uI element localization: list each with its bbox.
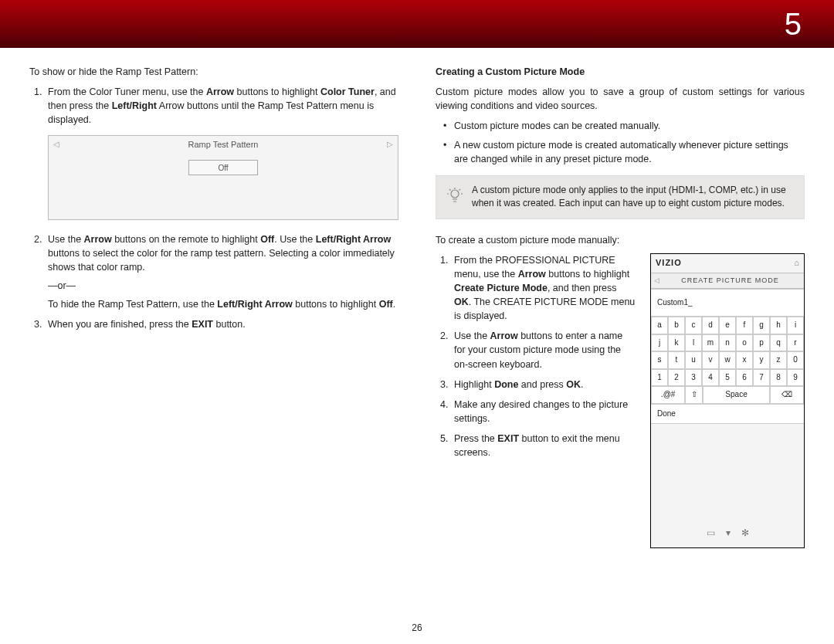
triangle-left-icon: ◁ [53,139,59,151]
home-icon: ⌂ [794,257,799,269]
ramp-title-row: ◁ Ramp Test Pattern ▷ [49,136,398,154]
key: e [719,317,736,334]
gear-icon: ✻ [741,527,749,540]
kbd-row-4: 123456789 [651,369,804,387]
key: 9 [787,369,804,387]
key: 3 [685,369,702,387]
ramp-off-box: Off [188,160,258,175]
section-heading: Creating a Custom Picture Mode [436,65,805,79]
key: u [685,351,702,369]
key: 2 [668,369,685,387]
tip-text: A custom picture mode only applies to th… [472,184,795,211]
left-steps: From the Color Tuner menu, use the Arrow… [29,85,398,331]
key: h [770,317,787,334]
key: r [787,334,804,352]
r-step-2: Use the Arrow buttons to enter a name fo… [451,329,636,371]
done-row: Done [651,404,804,425]
key: k [668,334,685,352]
v-icon: ▾ [726,527,731,540]
r-step-1: From the PROFESSIONAL PICTURE menu, use … [451,253,636,324]
left-column: To show or hide the Ramp Test Pattern: F… [29,65,398,548]
key: s [651,351,668,369]
key: f [736,317,753,334]
right-steps: From the PROFESSIONAL PICTURE menu, use … [436,253,636,460]
key: 4 [702,369,719,387]
chapter-tab: 5 [0,0,834,48]
kbd-row-5: .@# ⇧ Space ⌫ [651,386,804,404]
key: 7 [753,369,770,387]
key: l [685,334,702,352]
screen-subheader: ◁ CREATE PICTURE MODE [651,273,804,289]
tip-box: A custom picture mode only applies to th… [436,175,805,219]
screen-header: VIZIO ⌂ [651,254,804,273]
left-step-3: When you are finished, press the EXIT bu… [45,317,398,331]
key: j [651,334,668,352]
key: 5 [719,369,736,387]
space-key: Space [703,386,769,404]
key: 8 [770,369,787,387]
key: v [702,351,719,369]
r-step-3: Highlight Done and press OK. [451,378,636,391]
lightbulb-icon [446,184,464,211]
backspace-key: ⌫ [770,386,804,404]
key: n [719,334,736,352]
r-step-5: Press the EXIT button to exit the menu s… [451,432,636,459]
right-steps-wrap: From the PROFESSIONAL PICTURE menu, use … [436,253,636,548]
right-intro2: To create a custom picture mode manually… [436,233,805,247]
r-step-4: Make any desired changes to the picture … [451,398,636,425]
page-body: To show or hide the Ramp Test Pattern: F… [0,48,834,548]
name-field: Custom1_ [651,289,804,317]
left-step-1: From the Color Tuner menu, use the Arrow… [45,85,398,219]
wide-icon: ▭ [707,527,715,540]
key: 6 [736,369,753,387]
key: y [753,351,770,369]
ramp-test-pattern-mockup: ◁ Ramp Test Pattern ▷ Off [48,135,398,220]
onscreen-keyboard: abcdefghi jklmnopqr stuvwxyz0 123456789 … [651,317,804,404]
triangle-right-icon: ▷ [387,139,393,151]
back-triangle-icon: ◁ [654,276,659,286]
bullet-1: Custom picture modes can be created manu… [454,119,805,133]
key: i [787,317,804,334]
brand-label: VIZIO [656,257,682,269]
key: 1 [651,369,668,387]
screen-subtitle: CREATE PICTURE MODE [659,276,801,286]
key: c [685,317,702,334]
key: z [770,351,787,369]
key: m [702,334,719,352]
kbd-row-1: abcdefghi [651,317,804,334]
section-para: Custom picture modes allow you to save a… [436,85,805,113]
key: 0 [787,351,804,369]
key: d [702,317,719,334]
bullet-2: A new custom picture mode is created aut… [454,138,805,166]
key: t [668,351,685,369]
key: g [753,317,770,334]
svg-point-0 [451,190,459,198]
symbols-key: .@# [651,386,685,404]
left-step-2: Use the Arrow buttons on the remote to h… [45,232,398,312]
chapter-number: 5 [785,2,802,46]
key: o [736,334,753,352]
key: w [719,351,736,369]
bullet-list: Custom picture modes can be created manu… [436,119,805,165]
key: p [753,334,770,352]
key: b [668,317,685,334]
right-column: Creating a Custom Picture Mode Custom pi… [436,65,805,548]
or-divider: —or— [48,279,398,293]
key: x [736,351,753,369]
left-intro: To show or hide the Ramp Test Pattern: [29,65,398,79]
kbd-row-3: stuvwxyz0 [651,351,804,369]
kbd-row-2: jklmnopqr [651,334,804,352]
page-number: 26 [0,622,834,635]
key: a [651,317,668,334]
key: q [770,334,787,352]
ramp-title: Ramp Test Pattern [59,139,387,151]
create-picture-mode-screen: VIZIO ⌂ ◁ CREATE PICTURE MODE Custom1_ a… [650,253,805,548]
screen-footer: ▭ ▾ ✻ [651,424,804,547]
shift-key: ⇧ [685,386,703,404]
